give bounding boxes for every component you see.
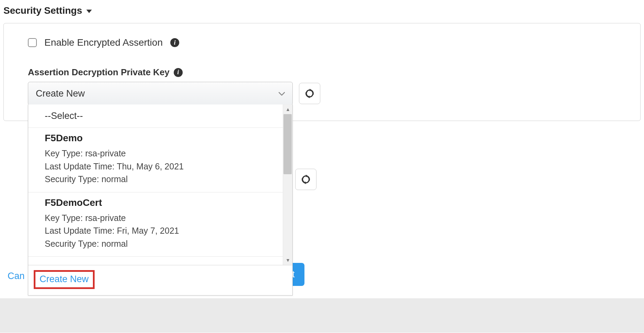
- dropdown-option-select[interactable]: --Select--: [28, 104, 292, 128]
- option-key-type: Key Type: rsa-private: [45, 147, 276, 160]
- section-title-text: Security Settings: [3, 5, 82, 16]
- info-icon[interactable]: i: [170, 38, 179, 47]
- enable-encrypted-assertion-row: Enable Encrypted Assertion i: [28, 37, 616, 48]
- decryption-key-label: Assertion Decryption Private Key i: [28, 67, 616, 78]
- caret-down-icon: [86, 10, 92, 13]
- option-security-type: Security Type: normal: [45, 237, 276, 251]
- scroll-down-icon[interactable]: ▼: [283, 255, 292, 265]
- decryption-key-selected-value: Create New: [36, 88, 85, 99]
- option-last-update: Last Update Time: Fri, May 7, 2021: [45, 224, 276, 237]
- option-key-type: Key Type: rsa-private: [45, 212, 276, 225]
- dropdown-scroll-area: --Select-- F5Demo Key Type: rsa-private …: [28, 104, 292, 265]
- dropdown-option-f5democert[interactable]: F5DemoCert Key Type: rsa-private Last Up…: [28, 192, 292, 257]
- refresh-icon: [304, 88, 315, 99]
- enable-encrypted-assertion-checkbox[interactable]: [28, 38, 37, 47]
- refresh-button-secondary[interactable]: [295, 169, 316, 190]
- create-new-highlight: Create New: [34, 270, 95, 289]
- cancel-link[interactable]: Can: [8, 271, 25, 281]
- option-security-type: Security Type: normal: [45, 173, 276, 186]
- decryption-key-select[interactable]: Create New: [28, 82, 293, 105]
- refresh-button[interactable]: [299, 83, 320, 104]
- dropdown-footer: Create New: [28, 265, 292, 295]
- create-new-link[interactable]: Create New: [40, 274, 89, 285]
- scrollbar-thumb[interactable]: [283, 114, 292, 174]
- scrollbar[interactable]: ▲ ▼: [283, 104, 292, 265]
- option-last-update: Last Update Time: Thu, May 6, 2021: [45, 160, 276, 173]
- decryption-key-label-text: Assertion Decryption Private Key: [28, 67, 170, 78]
- decryption-key-dropdown: --Select-- F5Demo Key Type: rsa-private …: [28, 104, 293, 296]
- settings-container: Enable Encrypted Assertion i Assertion D…: [3, 23, 641, 121]
- option-name: F5DemoCert: [45, 197, 276, 208]
- info-icon[interactable]: i: [174, 68, 183, 77]
- scroll-up-icon[interactable]: ▲: [283, 104, 292, 114]
- refresh-icon: [301, 174, 311, 185]
- option-name: F5Demo: [45, 133, 276, 144]
- footer-backdrop: [0, 298, 644, 333]
- dropdown-option-f5demo[interactable]: F5Demo Key Type: rsa-private Last Update…: [28, 128, 292, 192]
- chevron-down-icon: [279, 90, 285, 98]
- decryption-key-select-row: Create New --Select-- F5Demo: [28, 82, 616, 105]
- enable-encrypted-assertion-label: Enable Encrypted Assertion: [44, 37, 163, 48]
- section-toggle[interactable]: Security Settings: [3, 5, 641, 16]
- dropdown-option-partial[interactable]: ▬▬▬▬▬▬▬▬▬▬: [28, 257, 292, 265]
